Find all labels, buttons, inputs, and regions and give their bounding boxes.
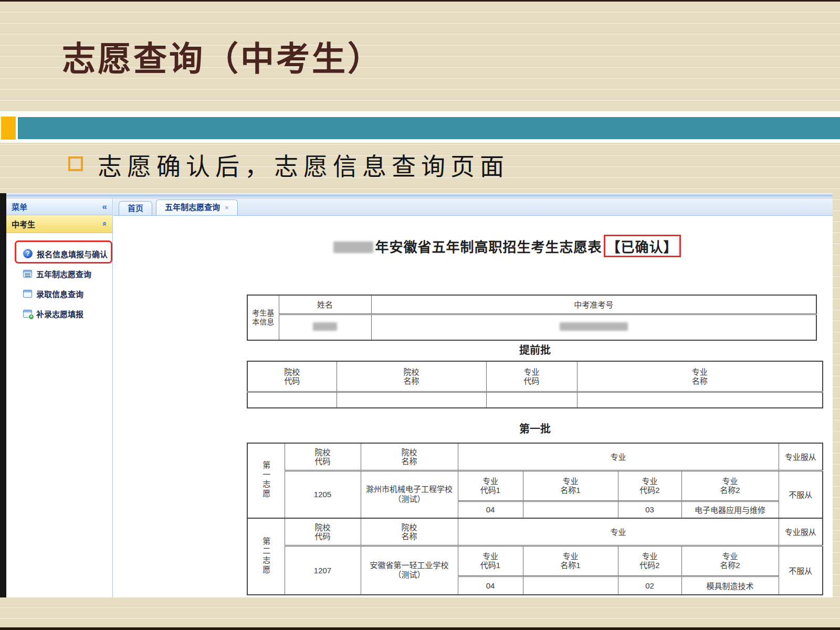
college-code-header: 院校 代码	[247, 361, 337, 392]
major-name1-value	[523, 576, 618, 595]
section-collapse-icon[interactable]: «	[100, 222, 109, 226]
app-screenshot: 菜单 « 中考生 « ? 报名信息填报与确认 五年制志愿查询 录取信息查询 + …	[0, 193, 833, 597]
major-code2-header: 专业 代码2	[618, 545, 681, 576]
college-code-value: 1207	[285, 545, 361, 595]
sidebar-menu: ? 报名信息填报与确认 五年制志愿查询 录取信息查询 + 补录志愿填报	[6, 233, 112, 323]
sidebar: 菜单 « 中考生 « ? 报名信息填报与确认 五年制志愿查询 录取信息查询 + …	[6, 198, 113, 597]
college-name-value: 滁州市机械电子工程学校（测试）	[361, 470, 458, 518]
choice-label-cell: 第一志愿	[247, 443, 285, 518]
page-title: 年安徽省五年制高职招生考生志愿表【已确认】	[187, 235, 827, 257]
college-name-value: 安徽省第一轻工业学校（测试）	[361, 545, 458, 595]
sidebar-item-label: 五年制志愿查询	[36, 268, 91, 279]
obey-value: 不服从	[779, 545, 823, 595]
tab-close-icon[interactable]: ×	[225, 204, 229, 212]
sidebar-item-label: 报名信息填报与确认	[37, 248, 108, 259]
table-row: 第一志愿 院校 代码 院校 名称 专业 专业服从	[247, 443, 823, 470]
sidebar-section-zhongkaosheng[interactable]: 中考生 «	[6, 215, 112, 233]
second-choice-label: 第二志愿	[262, 537, 270, 575]
major-name2-header: 专业 名称2	[681, 545, 779, 576]
major-name2-value: 模具制造技术	[681, 576, 779, 595]
sidebar-item-label: 补录志愿填报	[36, 308, 83, 319]
help-ball-icon: ?	[23, 249, 33, 258]
major-code2-header: 专业 代码2	[618, 470, 681, 501]
college-name-header: 院校 名称	[361, 518, 458, 545]
tab-home-label: 首页	[128, 204, 143, 213]
window-plus-icon: +	[23, 310, 32, 318]
college-name-header: 院校 名称	[361, 443, 458, 470]
form-window-icon	[23, 270, 32, 278]
choice-label-cell: 第二志愿	[247, 518, 285, 595]
empty-cell	[486, 392, 577, 408]
major-group-header: 专业	[458, 518, 779, 545]
bullet-text: 志愿确认后，志愿信息查询页面	[98, 147, 509, 182]
sidebar-section-label: 中考生	[12, 218, 35, 229]
accent-teal-bar	[18, 117, 840, 139]
first-batch-table: 第一志愿 院校 代码 院校 名称 专业 专业服从 1205 滁州市机械电子工程学…	[247, 443, 823, 595]
table-row: 1207 安徽省第一轻工业学校（测试） 专业 代码1 专业 名称1 专业 代码2…	[247, 545, 823, 576]
sidebar-item-luqu-chaxun[interactable]: 录取信息查询	[6, 284, 112, 303]
bullet-line: 志愿确认后，志愿信息查询页面	[68, 147, 509, 182]
app-top-strip	[6, 193, 833, 198]
tab-active-label: 五年制志愿查询	[165, 203, 220, 212]
tab-wunianzhi-chaxun[interactable]: 五年制志愿查询×	[156, 200, 238, 215]
advance-batch-table: 院校 代码 院校 名称 专业 代码 专业 名称	[247, 361, 823, 408]
empty-cell	[337, 392, 486, 408]
table-row: 院校 代码 院校 名称 专业 代码 专业 名称	[247, 361, 823, 392]
exam-no-value	[371, 314, 816, 340]
major-name1-header: 专业 名称1	[523, 470, 618, 501]
confirmed-badge: 【已确认】	[604, 235, 681, 257]
college-code-value: 1205	[285, 470, 361, 518]
table-row	[247, 314, 816, 340]
page-title-text: 年安徽省五年制高职招生考生志愿表	[375, 239, 602, 255]
exam-no-header: 中考准考号	[371, 295, 816, 314]
obey-value: 不服从	[779, 470, 823, 518]
redacted-name	[313, 322, 337, 331]
sidebar-item-wunianzhi-chaxun[interactable]: 五年制志愿查询	[6, 264, 112, 284]
first-choice-label: 第一志愿	[262, 461, 270, 499]
sidebar-item-baoming[interactable]: ? 报名信息填报与确认	[6, 244, 112, 264]
obey-header: 专业服从	[779, 518, 823, 545]
major-name1-value	[523, 501, 618, 518]
name-header: 姓名	[279, 295, 371, 314]
college-code-header: 院校 代码	[285, 518, 361, 545]
first-batch-heading: 第一批	[247, 421, 823, 436]
tab-bar: 首页 五年制志愿查询×	[113, 198, 833, 216]
major-group-header: 专业	[458, 443, 779, 470]
major-name2-value: 电子电器应用与维修	[681, 501, 779, 518]
table-row: 考生基 本信息 姓名 中考准考号	[247, 295, 816, 314]
sidebar-header: 菜单 «	[6, 198, 112, 215]
bullet-square-icon	[68, 156, 83, 171]
major-code1-header: 专业 代码1	[458, 470, 523, 501]
table-row	[247, 392, 823, 408]
slide-top-border	[0, 0, 840, 2]
major-code1-value: 04	[458, 576, 523, 595]
sidebar-item-label: 录取信息查询	[36, 288, 83, 299]
major-name2-header: 专业 名称2	[681, 470, 779, 501]
main-content: 年安徽省五年制高职招生考生志愿表【已确认】 考生基 本信息 姓名 中考准考号 提…	[113, 216, 833, 597]
major-code-header: 专业 代码	[486, 361, 577, 392]
sidebar-item-bulu-tianbao[interactable]: + 补录志愿填报	[6, 303, 112, 323]
major-name1-header: 专业 名称1	[523, 545, 618, 576]
major-code2-value: 02	[618, 576, 681, 595]
name-value	[279, 314, 371, 340]
college-code-header: 院校 代码	[285, 443, 361, 470]
college-name-header: 院校 名称	[337, 361, 486, 392]
table-row: 第二志愿 院校 代码 院校 名称 专业 专业服从	[247, 518, 823, 545]
major-code2-value: 03	[618, 501, 681, 518]
sidebar-header-label: 菜单	[12, 201, 27, 212]
basic-info-row-label: 考生基 本信息	[247, 295, 279, 340]
major-code1-value: 04	[458, 501, 523, 518]
sidebar-collapse-icon[interactable]: «	[102, 202, 107, 212]
window-icon	[23, 290, 32, 298]
plus-badge-icon: +	[28, 314, 34, 320]
empty-cell	[247, 392, 337, 408]
table-row: 1205 滁州市机械电子工程学校（测试） 专业 代码1 专业 名称1 专业 代码…	[247, 470, 823, 501]
basic-info-table: 考生基 本信息 姓名 中考准考号	[247, 295, 817, 341]
slide-bottom-border	[0, 627, 840, 630]
major-code1-header: 专业 代码1	[458, 545, 523, 576]
major-name-header: 专业 名称	[577, 361, 823, 392]
empty-cell	[577, 392, 823, 408]
tab-home[interactable]: 首页	[119, 201, 152, 215]
redacted-exam-no	[560, 322, 628, 331]
advance-batch-heading: 提前批	[247, 342, 823, 357]
